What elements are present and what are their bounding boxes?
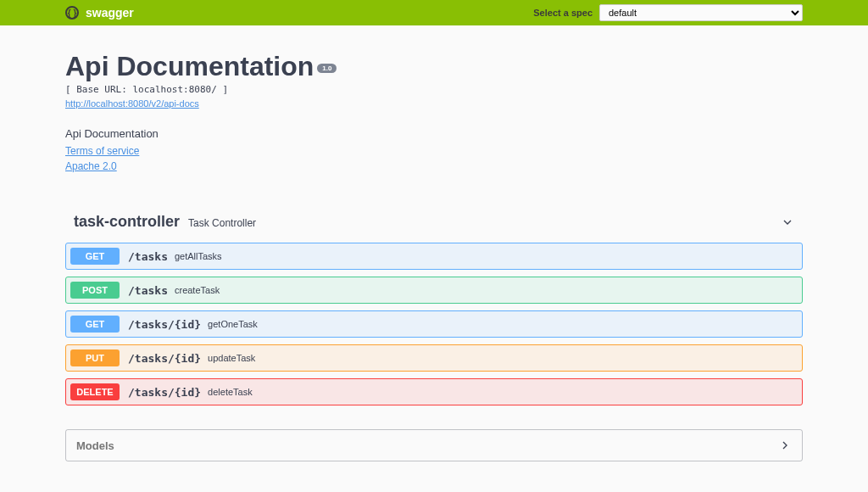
chevron-down-icon <box>781 215 794 229</box>
spec-select[interactable]: default <box>599 4 803 21</box>
method-badge: GET <box>70 316 120 333</box>
models-section: Models <box>65 429 803 461</box>
swagger-logo-icon: { } <box>65 6 79 20</box>
tag-description: Task Controller <box>188 217 256 229</box>
method-badge: POST <box>70 282 120 299</box>
api-title: Api Documentation <box>65 51 314 82</box>
method-badge: DELETE <box>70 383 120 400</box>
base-url: [ Base URL: localhost:8080/ ] <box>65 84 803 95</box>
operation-get-2[interactable]: GET/tasks/{id}getOneTask <box>65 310 803 338</box>
tag-header[interactable]: task-controller Task Controller <box>65 206 803 238</box>
models-title: Models <box>76 439 114 452</box>
method-badge: GET <box>70 248 120 265</box>
spec-selector: Select a spec default <box>533 4 803 21</box>
topbar: { } swagger Select a spec default <box>0 0 868 25</box>
operations-list: GET/tasksgetAllTasksPOST/taskscreateTask… <box>65 243 803 405</box>
chevron-right-icon <box>778 439 792 452</box>
license-link[interactable]: Apache 2.0 <box>65 160 803 172</box>
logo: { } swagger <box>65 6 134 20</box>
api-description: Api Documentation <box>65 127 803 140</box>
tag-section: task-controller Task Controller GET/task… <box>65 206 803 405</box>
version-badge: 1.0 <box>317 64 337 73</box>
api-docs-link[interactable]: http://localhost:8080/v2/api-docs <box>65 98 199 109</box>
models-header[interactable]: Models <box>66 430 802 461</box>
spec-selector-label: Select a spec <box>533 8 593 18</box>
method-badge: PUT <box>70 349 120 366</box>
operation-path: /tasks/{id} <box>128 318 201 331</box>
operation-path: /tasks/{id} <box>128 352 201 365</box>
operation-path: /tasks <box>128 284 168 297</box>
operation-post-1[interactable]: POST/taskscreateTask <box>65 277 803 304</box>
terms-of-service-link[interactable]: Terms of service <box>65 145 803 157</box>
tag-name: task-controller <box>74 213 180 231</box>
operation-summary: updateTask <box>208 353 255 363</box>
operation-put-3[interactable]: PUT/tasks/{id}updateTask <box>65 344 803 372</box>
operation-delete-4[interactable]: DELETE/tasks/{id}deleteTask <box>65 378 803 405</box>
operation-summary: deleteTask <box>208 387 253 397</box>
operation-summary: createTask <box>175 285 220 295</box>
operation-summary: getOneTask <box>208 319 258 329</box>
info-header: Api Documentation1.0 [ Base URL: localho… <box>65 51 803 110</box>
operation-summary: getAllTasks <box>175 251 222 261</box>
operation-get-0[interactable]: GET/tasksgetAllTasks <box>65 243 803 270</box>
operation-path: /tasks/{id} <box>128 386 201 399</box>
operation-path: /tasks <box>128 250 168 263</box>
logo-text: swagger <box>86 6 134 20</box>
